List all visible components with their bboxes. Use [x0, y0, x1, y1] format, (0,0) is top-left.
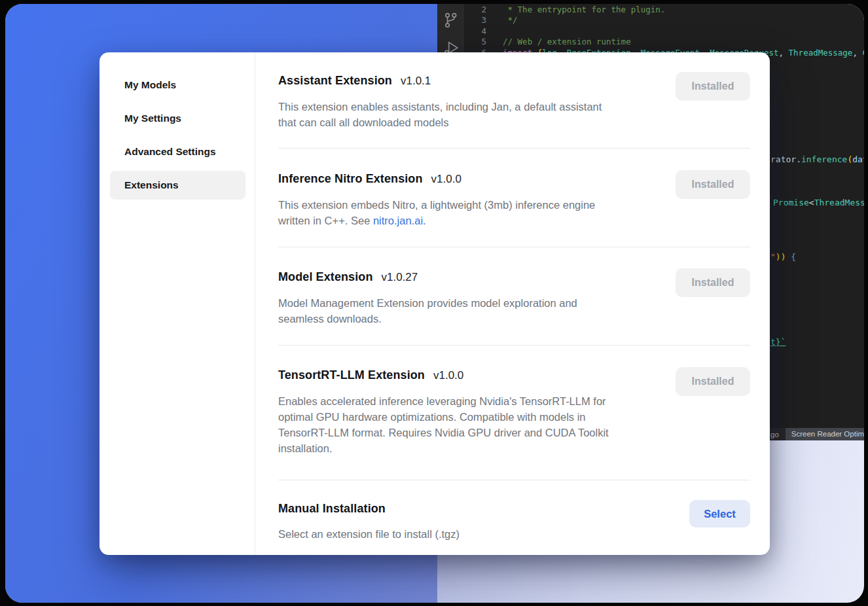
extension-description: This extension enables assistants, inclu… — [278, 99, 664, 130]
installed-button[interactable]: Installed — [676, 170, 750, 199]
line-number: 5 — [464, 37, 488, 47]
code-fragment: rator.inference(data)); — [770, 154, 864, 164]
extension-name: TensortRT-LLM Extension — [278, 366, 425, 383]
settings-panel: My Models My Settings Advanced Settings … — [99, 52, 770, 555]
extension-version: v1.0.27 — [382, 269, 418, 286]
manual-installation-description: Select an extension file to install (.tg… — [278, 526, 664, 542]
status-bar-text: go — [770, 431, 779, 438]
code-text: // Web / extension runtime — [503, 37, 631, 47]
code-fragment: ")) { — [770, 252, 796, 262]
manual-installation-section: Manual Installation Select an extension … — [278, 500, 750, 542]
line-number: 3 — [464, 15, 488, 26]
sidebar-item-advanced-settings[interactable]: Advanced Settings — [110, 137, 245, 166]
divider — [278, 480, 750, 480]
code-line: 3 */ — [464, 15, 864, 26]
line-number: 2 — [464, 5, 488, 15]
sidebar-item-my-settings[interactable]: My Settings — [110, 104, 245, 133]
extension-description: Enables accelerated inference leveraging… — [278, 393, 664, 456]
installed-button[interactable]: Installed — [676, 268, 750, 297]
screen-reader-optimized-status[interactable]: Screen Reader Optimized — [786, 428, 864, 440]
code-text: * The entrypoint for the plugin. — [503, 5, 665, 15]
extension-description: This extension embeds Nitro, a lightweig… — [278, 197, 664, 228]
select-file-button[interactable]: Select — [689, 500, 750, 527]
divider — [278, 247, 750, 247]
installed-button[interactable]: Installed — [676, 72, 750, 101]
line-number: 4 — [464, 26, 488, 37]
code-fragment: t}` — [770, 337, 786, 347]
extension-name: Model Extension — [278, 268, 373, 285]
divider — [278, 148, 750, 149]
code-line: 2 * The entrypoint for the plugin. — [464, 5, 864, 15]
code-text: */ — [503, 15, 518, 26]
source-control-icon[interactable] — [443, 12, 460, 29]
extensions-list: Assistant Extension v1.0.1 This extensio… — [255, 52, 770, 555]
sidebar-item-extensions[interactable]: Extensions — [110, 171, 245, 200]
extension-version: v1.0.1 — [401, 73, 431, 90]
settings-sidebar: My Models My Settings Advanced Settings … — [99, 52, 255, 555]
desktop-screenshot: 2 * The entrypoint for the plugin. 3 */ … — [5, 4, 864, 603]
extension-description: Model Management Extension provides mode… — [278, 295, 664, 327]
desktop-background: 2 * The entrypoint for the plugin. 3 */ … — [0, 0, 868, 606]
installed-button[interactable]: Installed — [676, 367, 750, 396]
code-line: 4 — [464, 26, 864, 37]
manual-installation-title: Manual Installation — [278, 500, 386, 517]
extension-name: Assistant Extension — [278, 72, 392, 89]
nitro-jan-ai-link[interactable]: nitro.jan.ai. — [373, 215, 426, 226]
extension-version: v1.0.0 — [433, 367, 463, 384]
code-line: 5 // Web / extension runtime — [464, 37, 864, 47]
extension-version: v1.0.0 — [431, 171, 461, 188]
code-fragment: Promise<ThreadMessage> — [773, 198, 864, 207]
extension-name: Inference Nitro Extension — [278, 170, 423, 187]
divider — [278, 345, 750, 346]
sidebar-item-my-models[interactable]: My Models — [110, 71, 245, 99]
